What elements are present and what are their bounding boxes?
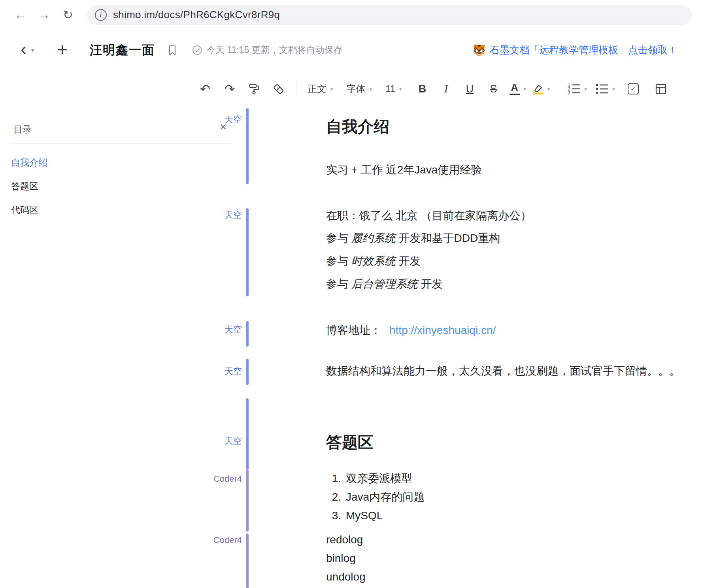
toc-item-code[interactable]: 代码区 <box>11 204 38 216</box>
italic-button[interactable]: I <box>438 79 455 99</box>
redo-icon: ↷ <box>225 83 235 95</box>
collaborator-label: 天空 <box>163 435 242 447</box>
paragraph-style-value: 正文 <box>308 83 326 95</box>
highlighter-icon <box>533 84 543 94</box>
paragraph-redolog[interactable]: redolog <box>326 530 696 549</box>
saved-check-icon <box>192 45 202 55</box>
toc-title: 目录 <box>13 123 32 136</box>
toc-item-self-intro[interactable]: 自我介绍 <box>11 156 47 169</box>
new-document-button[interactable]: + <box>57 40 68 60</box>
paragraph-involvement-3[interactable]: 参与 后台管理系统 开发 <box>326 276 696 292</box>
promo-link-text: 石墨文档「远程教学管理模板」点击领取！ <box>490 43 677 57</box>
bookmark-icon[interactable] <box>168 44 177 56</box>
paragraph-involvement-1[interactable]: 参与 履约系统 开发和基于DDD重构 <box>326 230 696 246</box>
toc-item-answers[interactable]: 答题区 <box>11 180 38 192</box>
checklist-button[interactable]: ✓ <box>625 79 642 99</box>
paragraph-binlog[interactable]: binlog <box>326 549 696 567</box>
collaborator-edit-bar <box>246 208 249 296</box>
browser-forward-button[interactable]: → <box>34 5 55 25</box>
chevron-down-icon: ▾ <box>399 86 402 92</box>
promo-link[interactable]: 🐯 石墨文档「远程教学管理模板」点击领取！ <box>472 43 677 57</box>
paragraph-experience[interactable]: 实习 + 工作 近2年Java使用经验 <box>326 162 696 178</box>
numbered-list-icon: 1 2 3 <box>568 83 581 95</box>
involvement-prefix: 参与 <box>326 255 351 267</box>
chevron-down-icon: ▾ <box>370 86 372 92</box>
collaborator-label: 天空 <box>163 209 242 221</box>
site-info-icon[interactable]: i <box>95 9 107 21</box>
chevron-down-icon: ▾ <box>585 86 587 92</box>
collaborator-label: 天空 <box>163 324 242 335</box>
font-size-dropdown[interactable]: 11 ▾ <box>385 79 402 99</box>
document-header: ‹ ▾ + 汪明鑫一面 今天 11:15 更新，文档将自动保存 🐯 石墨文档「远… <box>0 30 702 70</box>
section-heading-answers[interactable]: 答题区 <box>326 433 696 452</box>
doc-back-caret-icon[interactable]: ▾ <box>31 47 34 54</box>
redo-button[interactable]: ↷ <box>221 79 238 99</box>
involvement-suffix: 开发 <box>396 255 421 267</box>
save-status-text: 今天 11:15 更新，文档将自动保存 <box>206 44 343 56</box>
clipped-toolbar-icon <box>655 83 667 95</box>
toc-divider <box>13 143 231 143</box>
editor-toolbar: ↶ ↷ 正文 ▾ 字体 ▾ 11 ▾ B I U S A ▾ <box>0 70 702 108</box>
document-content[interactable]: 自我介绍 实习 + 工作 近2年Java使用经验 在职：饿了么 北京 （目前在家… <box>326 108 696 586</box>
involvement-prefix: 参与 <box>326 232 351 244</box>
collaborator-label: 天空 <box>163 114 242 126</box>
toolbar-separator <box>296 82 296 96</box>
bullet-list-icon <box>596 83 608 95</box>
involvement-system: 时效系统 <box>351 255 396 267</box>
browser-back-button[interactable]: ← <box>10 5 31 25</box>
doc-back-button[interactable]: ‹ <box>21 40 26 60</box>
font-size-value: 11 <box>385 83 395 94</box>
list-item[interactable]: Java内存的问题 <box>344 488 696 506</box>
numbered-list-dropdown[interactable]: 1 2 3 ▾ <box>568 79 587 99</box>
editor-body: 目录 × 自我介绍 答题区 代码区 天空 天空 天空 天空 天空 Coder4 … <box>0 108 702 588</box>
paragraph-note[interactable]: 数据结构和算法能力一般，太久没看，也没刷题，面试官手下留情。。。 <box>326 363 696 379</box>
strikethrough-button[interactable]: S <box>485 79 502 99</box>
bold-button[interactable]: B <box>414 79 431 99</box>
paragraph-style-dropdown[interactable]: 正文 ▾ <box>308 79 333 99</box>
answers-list[interactable]: 双亲委派模型 Java内存的问题 MySQL <box>326 469 696 525</box>
involvement-suffix: 开发和基于DDD重构 <box>396 232 500 244</box>
list-item[interactable]: MySQL <box>344 506 696 525</box>
format-painter-icon <box>249 83 260 95</box>
collaborator-edit-bar <box>246 398 249 470</box>
bullet-list-dropdown[interactable]: ▾ <box>596 79 615 99</box>
collaborator-edit-bar <box>246 321 249 347</box>
clear-format-button[interactable] <box>270 79 287 99</box>
involvement-system: 履约系统 <box>351 232 396 244</box>
chevron-down-icon: ▾ <box>524 86 526 92</box>
paragraph-involvement-2[interactable]: 参与 时效系统 开发 <box>326 253 696 269</box>
format-painter-button[interactable] <box>245 79 263 99</box>
font-color-icon: A <box>510 83 520 95</box>
blog-link[interactable]: http://xinyeshuaiqi.cn/ <box>389 324 496 336</box>
svg-text:3: 3 <box>568 91 570 95</box>
collaborator-label: 天空 <box>163 366 242 377</box>
involvement-prefix: 参与 <box>326 278 351 290</box>
paragraph-undolog[interactable]: undolog <box>326 567 696 586</box>
address-bar[interactable]: i shimo.im/docs/PhR6CKgkCvr8rR9q <box>87 5 692 25</box>
list-item[interactable]: 双亲委派模型 <box>344 469 696 488</box>
font-family-value: 字体 <box>347 83 366 95</box>
page-url: shimo.im/docs/PhR6CKgkCvr8rR9q <box>113 9 280 21</box>
highlight-color-dropdown[interactable]: ▾ <box>533 79 550 99</box>
chevron-down-icon: ▾ <box>547 86 550 92</box>
clipped-toolbar-button[interactable] <box>652 79 670 99</box>
browser-toolbar: ← → ↻ i shimo.im/docs/PhR6CKgkCvr8rR9q <box>0 0 702 30</box>
font-family-dropdown[interactable]: 字体 ▾ <box>347 79 372 99</box>
underline-button[interactable]: U <box>461 79 479 99</box>
blog-label: 博客地址： <box>326 324 381 336</box>
toolbar-separator <box>559 82 559 96</box>
checkbox-icon: ✓ <box>628 83 639 94</box>
section-heading-self-intro[interactable]: 自我介绍 <box>326 117 696 136</box>
eraser-icon <box>273 83 285 95</box>
collaborator-edit-bar <box>246 533 249 588</box>
document-title[interactable]: 汪明鑫一面 <box>90 42 155 58</box>
undo-icon: ↶ <box>200 83 210 95</box>
undo-button[interactable]: ↶ <box>196 79 214 99</box>
chevron-down-icon: ▾ <box>612 86 615 92</box>
browser-reload-button[interactable]: ↻ <box>58 5 78 25</box>
paragraph-job[interactable]: 在职：饿了么 北京 （目前在家隔离办公） <box>326 208 696 224</box>
promo-emoji-icon: 🐯 <box>472 44 486 57</box>
collaborator-label: Coder4 <box>163 474 242 484</box>
font-color-dropdown[interactable]: A ▾ <box>510 79 526 99</box>
paragraph-blog[interactable]: 博客地址：http://xinyeshuaiqi.cn/ <box>326 322 696 338</box>
